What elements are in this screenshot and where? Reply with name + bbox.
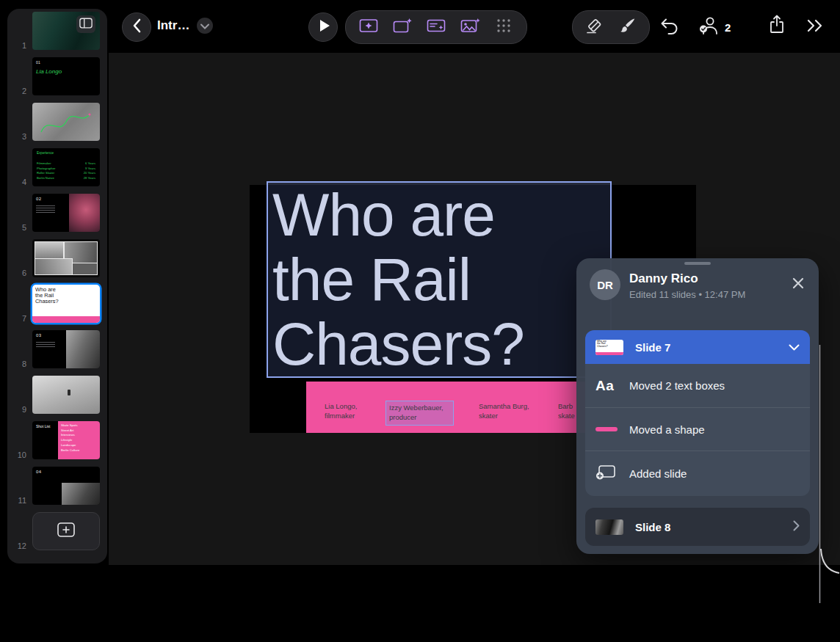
- slide-1-thumbnail[interactable]: [32, 12, 100, 50]
- slide-number: 8: [7, 360, 32, 368]
- credit-text[interactable]: Barbskate: [558, 402, 575, 421]
- slide-row-2[interactable]: 2 01 Lia Longo: [7, 57, 107, 103]
- new-slide-button[interactable]: [32, 512, 100, 550]
- title-text-box-selected[interactable]: Who are the Rail Chasers?: [267, 181, 612, 378]
- activity-item[interactable]: Moved a shape: [585, 407, 810, 451]
- slide-6-thumbnail[interactable]: [32, 239, 100, 277]
- back-button[interactable]: [122, 12, 151, 42]
- eraser-button[interactable]: [577, 11, 611, 43]
- shot-list-item: Interviews: [61, 433, 97, 438]
- credit-role: skater: [479, 412, 498, 420]
- slide-row-6[interactable]: 6: [7, 239, 107, 285]
- credit-name: Samantha Burg,: [479, 402, 529, 410]
- slide-2-thumbnail[interactable]: 01 Lia Longo: [32, 57, 100, 95]
- keynote-app: Intr…: [0, 0, 840, 642]
- credit-name: Lia Longo,: [325, 402, 357, 410]
- slide-row-5[interactable]: 5 02: [7, 194, 107, 239]
- slide-row-10[interactable]: 10 Shot List Skate Spots Street Art Inte…: [7, 421, 107, 467]
- close-panel-button[interactable]: [788, 274, 808, 295]
- slide-row-label: Slide 8: [635, 521, 670, 533]
- credit-name: Barb: [558, 402, 573, 410]
- slide-10-thumbnail[interactable]: Shot List Skate Spots Street Art Intervi…: [32, 421, 100, 459]
- slide-3-thumbnail[interactable]: [32, 103, 100, 141]
- shot-list-panel: Skate Spots Street Art Interviews Lifest…: [58, 421, 100, 459]
- slide-7-activity-header[interactable]: Who are the Rail Chasers? Slide 7: [585, 330, 810, 364]
- experience-list: Experience Filmmaker6 Years Photographer…: [32, 148, 100, 186]
- title-menu-button[interactable]: [197, 18, 213, 34]
- style-brush-button[interactable]: [611, 11, 645, 43]
- eraser-icon: [584, 17, 604, 37]
- collage-photo: [35, 241, 64, 259]
- add-slide-plus-icon: [57, 522, 75, 540]
- more-tools-button[interactable]: [806, 18, 824, 36]
- play-button[interactable]: [308, 12, 338, 42]
- insert-media-button[interactable]: [453, 11, 487, 43]
- collaborator-name: Danny Rico: [629, 271, 698, 286]
- mini-pink-stripe: [595, 352, 623, 355]
- thumb-header: Experience: [37, 151, 95, 155]
- sidebar-toggle-icon: [79, 18, 93, 32]
- credit-text[interactable]: Samantha Burg,skater: [479, 402, 529, 421]
- slide-5-thumbnail[interactable]: 02: [32, 194, 100, 232]
- exp-label: Berlin Native: [37, 176, 54, 181]
- shot-list-item: Skate Spots: [61, 423, 97, 428]
- slide-row-7[interactable]: 7 Who are the Rail Chasers?: [7, 285, 107, 330]
- slide-row-9[interactable]: 9: [7, 376, 107, 421]
- back-chevron-icon: [130, 17, 143, 37]
- drag-handle[interactable]: [684, 262, 711, 265]
- document-title-chip[interactable]: Intr…: [157, 18, 213, 34]
- slide-11-thumbnail[interactable]: 04: [32, 467, 100, 505]
- credit-role: producer: [389, 413, 417, 421]
- slide-row-12[interactable]: 12: [7, 512, 107, 558]
- insert-toolbar-group: [345, 10, 527, 44]
- slide-9-thumbnail[interactable]: [32, 376, 100, 414]
- share-button[interactable]: [768, 14, 786, 37]
- activity-item[interactable]: Added slide: [585, 451, 810, 496]
- close-icon: [792, 277, 804, 292]
- markup-toolbar-group: [572, 10, 650, 44]
- credit-text-box-selected[interactable]: Izzy Weberbauer,producer: [385, 401, 454, 426]
- slide-number: 7: [7, 315, 32, 323]
- theme-icon: [359, 18, 378, 37]
- sidebar-toggle-button[interactable]: [76, 15, 95, 33]
- shot-list-item: Lifestyle: [61, 438, 97, 443]
- add-slide-icon: [393, 18, 413, 37]
- collage-photo: [35, 258, 73, 275]
- slide-7-thumbnail-selected[interactable]: Who are the Rail Chasers?: [32, 285, 100, 323]
- activity-label: Moved 2 text boxes: [629, 379, 725, 392]
- paintbrush-icon: [618, 17, 637, 37]
- exp-value: 28 Years: [84, 176, 95, 181]
- photo-thumbnail: [62, 483, 100, 505]
- slide-navigator: 1 2 01 Lia Longo 3: [7, 9, 107, 563]
- chevron-down-icon: [789, 340, 800, 354]
- apps-grid-button[interactable]: [487, 11, 521, 43]
- credit-text: Izzy Weberbauer,producer: [386, 401, 453, 423]
- added-slide-icon: [595, 464, 616, 484]
- slide-number: 11: [7, 497, 32, 505]
- slide-number: 1: [7, 42, 32, 50]
- slide-row-4[interactable]: 4 Experience Filmmaker6 Years Photograph…: [7, 148, 107, 194]
- slide-number: 2: [7, 87, 32, 95]
- undo-icon: [659, 16, 680, 38]
- slide-row-8[interactable]: 8 03: [7, 330, 107, 376]
- activity-list: Who are the Rail Chasers? Slide 7 Aa Mov…: [585, 330, 810, 546]
- slide-row-3[interactable]: 3: [7, 103, 107, 148]
- slide-layout-button[interactable]: [419, 11, 453, 43]
- slide-row-label: Slide 7: [635, 341, 670, 354]
- collaborate-button[interactable]: 2: [699, 16, 731, 38]
- media-icon: [460, 18, 480, 37]
- undo-button[interactable]: [659, 16, 680, 38]
- placeholder-text-lines: [36, 205, 55, 214]
- slide-8-activity-header[interactable]: Slide 8: [585, 508, 810, 546]
- theme-button[interactable]: [352, 11, 385, 43]
- thumb-slide-label: 01: [36, 60, 40, 65]
- slide-row-1[interactable]: 1: [7, 12, 107, 57]
- activity-item[interactable]: Aa Moved 2 text boxes: [585, 364, 810, 407]
- slide-row-11[interactable]: 11 04: [7, 467, 107, 512]
- add-slide-button[interactable]: [385, 11, 419, 43]
- slide-8-thumbnail[interactable]: 03: [32, 330, 100, 368]
- slide-4-thumbnail[interactable]: Experience Filmmaker6 Years Photographer…: [32, 148, 100, 186]
- slide-number: 3: [7, 133, 32, 141]
- credit-text[interactable]: Lia Longo,filmmaker: [325, 402, 357, 421]
- photo-thumbnail: [66, 330, 100, 368]
